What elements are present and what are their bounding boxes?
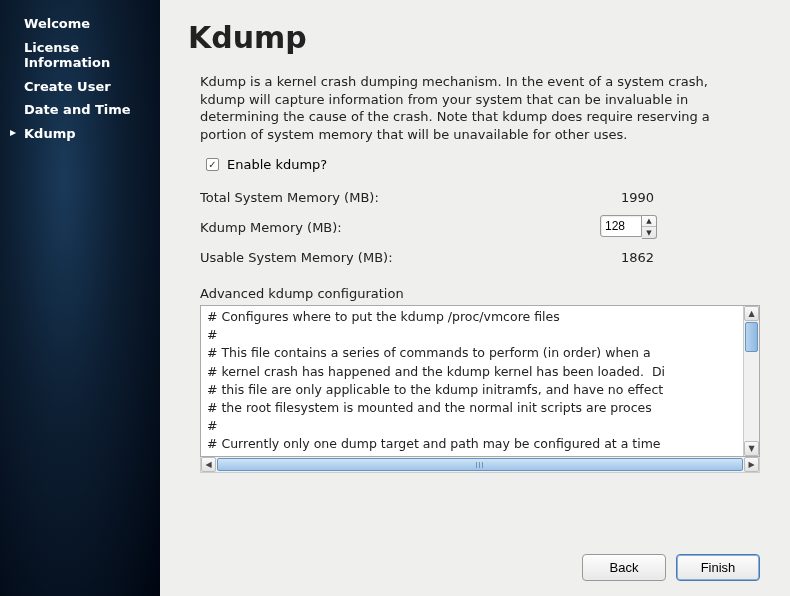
sidebar-item-date-time[interactable]: Date and Time <box>10 98 150 122</box>
horizontal-scrollbar[interactable]: ◀ ▶ <box>200 457 760 473</box>
enable-kdump-checkbox[interactable]: ✓ <box>206 158 219 171</box>
usable-memory-label: Usable System Memory (MB): <box>200 250 600 265</box>
scroll-down-icon[interactable]: ▼ <box>744 441 759 456</box>
main-panel: Kdump Kdump is a kernel crash dumping me… <box>160 0 790 596</box>
back-button[interactable]: Back <box>582 554 666 581</box>
sidebar-item-kdump[interactable]: Kdump <box>10 122 150 146</box>
vertical-scrollbar[interactable]: ▲ ▼ <box>743 306 759 456</box>
advanced-config-label: Advanced kdump configuration <box>200 286 760 301</box>
finish-button[interactable]: Finish <box>676 554 760 581</box>
vertical-scroll-thumb[interactable] <box>745 322 758 352</box>
scroll-right-icon[interactable]: ▶ <box>744 457 759 472</box>
total-memory-label: Total System Memory (MB): <box>200 190 600 205</box>
memory-grid: Total System Memory (MB): 1990 Kdump Mem… <box>200 182 760 272</box>
total-memory-value: 1990 <box>600 190 654 205</box>
kdump-memory-spinner[interactable]: ▲ ▼ <box>600 215 657 239</box>
sidebar-item-license[interactable]: License Information <box>10 36 150 75</box>
sidebar: Welcome License Information Create User … <box>0 0 160 596</box>
enable-kdump-row[interactable]: ✓ Enable kdump? <box>206 157 760 172</box>
kdump-memory-input[interactable] <box>600 215 642 237</box>
advanced-config-textarea[interactable] <box>201 306 743 456</box>
sidebar-item-welcome[interactable]: Welcome <box>10 12 150 36</box>
enable-kdump-label: Enable kdump? <box>227 157 327 172</box>
kdump-memory-label: Kdump Memory (MB): <box>200 220 600 235</box>
page-title: Kdump <box>188 20 760 55</box>
page-description: Kdump is a kernel crash dumping mechanis… <box>200 73 750 143</box>
spinner-up-icon[interactable]: ▲ <box>642 216 656 227</box>
spinner-down-icon[interactable]: ▼ <box>642 227 656 238</box>
scroll-up-icon[interactable]: ▲ <box>744 306 759 321</box>
scroll-left-icon[interactable]: ◀ <box>201 457 216 472</box>
footer-buttons: Back Finish <box>582 554 760 581</box>
usable-memory-value: 1862 <box>600 250 654 265</box>
sidebar-item-create-user[interactable]: Create User <box>10 75 150 99</box>
horizontal-scroll-thumb[interactable] <box>217 458 743 471</box>
